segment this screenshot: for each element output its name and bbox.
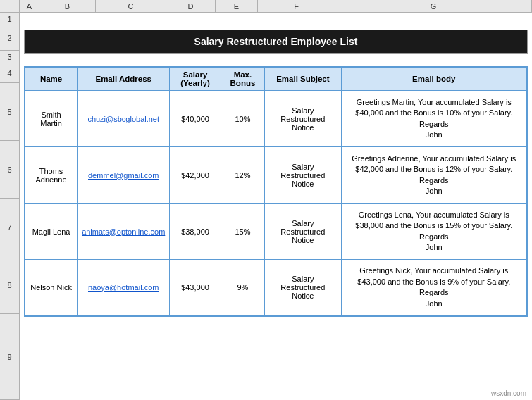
col-header-c[interactable]: C bbox=[96, 0, 166, 12]
cell-email[interactable]: demmel@gmail.com bbox=[78, 147, 170, 204]
col-header-e[interactable]: E bbox=[216, 0, 258, 12]
row-numbers: 1 2 3 4 5 6 7 8 9 bbox=[0, 13, 20, 400]
col-header-b[interactable]: B bbox=[39, 0, 96, 12]
cell-subject: Salary Restructured Notice bbox=[265, 204, 341, 260]
cell-bonus: 12% bbox=[221, 147, 264, 204]
table-row: Nelson Nicknaoya@hotmail.com$43,0009%Sal… bbox=[25, 260, 527, 316]
header-salary: Salary (Yearly) bbox=[170, 67, 221, 91]
cell-salary: $38,000 bbox=[170, 204, 221, 260]
cell-subject: Salary Restructured Notice bbox=[265, 260, 341, 316]
cell-subject: Salary Restructured Notice bbox=[265, 147, 341, 204]
cell-bonus: 15% bbox=[221, 204, 264, 260]
cell-name: Thoms Adrienne bbox=[25, 147, 78, 204]
col-header-a[interactable]: A bbox=[20, 0, 39, 12]
cell-salary: $42,000 bbox=[170, 147, 221, 204]
cell-name: Magil Lena bbox=[25, 204, 78, 260]
header-bonus: Max. Bonus bbox=[221, 67, 264, 91]
row-num-3[interactable]: 3 bbox=[0, 51, 19, 63]
row-num-6[interactable]: 6 bbox=[0, 141, 19, 199]
spreadsheet-content: Salary Restructured Employee List Name E… bbox=[20, 13, 532, 400]
row-num-7[interactable]: 7 bbox=[0, 199, 19, 256]
cell-salary: $40,000 bbox=[170, 91, 221, 147]
col-header-f[interactable]: F bbox=[258, 0, 335, 12]
cell-email[interactable]: naoya@hotmail.com bbox=[78, 260, 170, 316]
row-num-8[interactable]: 8 bbox=[0, 256, 19, 314]
cell-subject: Salary Restructured Notice bbox=[265, 91, 341, 147]
col-header-d[interactable]: D bbox=[166, 0, 216, 12]
cell-body: Greetings Lena, Your accumulated Salary … bbox=[341, 204, 527, 260]
watermark: wsxdn.com bbox=[491, 389, 526, 397]
table-row: Magil Lenaanimats@optonline.com$38,00015… bbox=[25, 204, 527, 260]
row-num-2[interactable]: 2 bbox=[0, 25, 19, 51]
header-body: Email body bbox=[341, 67, 527, 91]
spreadsheet-title: Salary Restructured Employee List bbox=[24, 30, 528, 54]
cell-email[interactable]: animats@optonline.com bbox=[78, 204, 170, 260]
row-num-5[interactable]: 5 bbox=[0, 83, 19, 141]
table-header-row: Name Email Address Salary (Yearly) Max. … bbox=[25, 67, 527, 91]
cell-body: Greetings Nick, Your accumulated Salary … bbox=[341, 260, 527, 316]
table-row: Thoms Adriennedemmel@gmail.com$42,00012%… bbox=[25, 147, 527, 204]
data-table: Name Email Address Salary (Yearly) Max. … bbox=[24, 66, 528, 317]
cell-name: Smith Martin bbox=[25, 91, 78, 147]
row-num-9[interactable]: 9 bbox=[0, 314, 19, 400]
row-num-4[interactable]: 4 bbox=[0, 63, 19, 83]
column-header-row: A B C D E F G bbox=[0, 0, 532, 13]
cell-body: Greetings Martin, Your accumulated Salar… bbox=[341, 91, 527, 147]
cell-salary: $43,000 bbox=[170, 260, 221, 316]
cell-bonus: 9% bbox=[221, 260, 264, 316]
header-subject: Email Subject bbox=[265, 67, 341, 91]
row-num-1[interactable]: 1 bbox=[0, 13, 19, 25]
header-email: Email Address bbox=[78, 67, 170, 91]
corner-cell bbox=[0, 0, 20, 12]
col-header-g[interactable]: G bbox=[335, 0, 532, 12]
table-row: Smith Martinchuzi@sbcglobal.net$40,00010… bbox=[25, 91, 527, 147]
header-name: Name bbox=[25, 67, 78, 91]
cell-body: Greetings Adrienne, Your accumulated Sal… bbox=[341, 147, 527, 204]
cell-email[interactable]: chuzi@sbcglobal.net bbox=[78, 91, 170, 147]
cell-name: Nelson Nick bbox=[25, 260, 78, 316]
cell-bonus: 10% bbox=[221, 91, 264, 147]
